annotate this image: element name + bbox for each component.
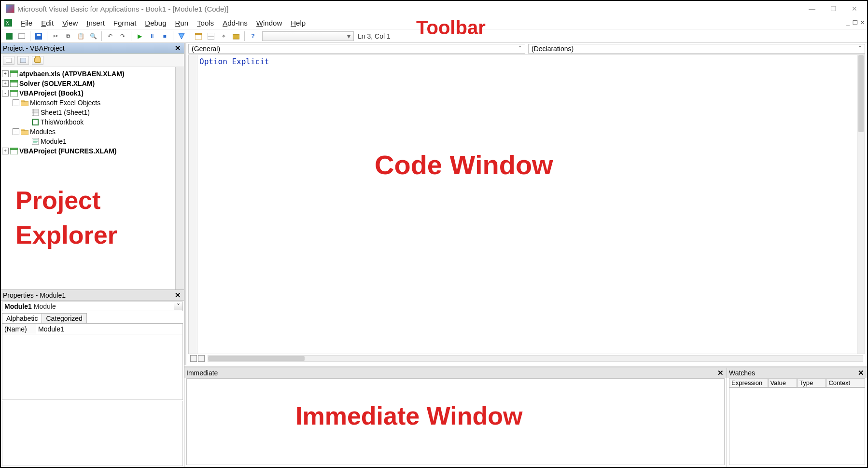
- find-icon[interactable]: 🔍: [88, 31, 98, 41]
- tree-node[interactable]: +Solver (SOLVER.XLAM): [2, 79, 174, 88]
- reset-icon[interactable]: ■: [160, 31, 169, 41]
- properties-tabs: Alphabetic Categorized: [2, 313, 183, 324]
- run-icon[interactable]: ▶: [135, 31, 144, 41]
- right-column: (General)˅ (Declarations)˅ Option Explic…: [184, 43, 867, 467]
- menu-run[interactable]: Run: [173, 18, 191, 28]
- bottom-dock: Immediate ✕ Immediate Window Watches ✕ E…: [184, 366, 867, 467]
- tree-toggle[interactable]: +: [2, 148, 9, 154]
- menu-addins[interactable]: Add-Ins: [220, 18, 250, 28]
- tree-toggle[interactable]: -: [13, 99, 19, 106]
- tree-node[interactable]: ThisWorkbook: [2, 117, 174, 127]
- paste-icon[interactable]: 📋: [76, 31, 85, 41]
- tab-alphabetic[interactable]: Alphabetic: [2, 313, 42, 323]
- insert-module-dropdown-icon[interactable]: [17, 31, 27, 41]
- redo-icon[interactable]: ↷: [118, 31, 127, 41]
- svg-rect-2: [6, 33, 13, 40]
- full-module-view-button[interactable]: [198, 355, 205, 362]
- tab-categorized[interactable]: Categorized: [42, 313, 87, 323]
- properties-pane: Properties - Module1 ✕ Module1 Module ˅ …: [1, 289, 184, 467]
- mod-icon: [31, 138, 40, 145]
- watches-col-context[interactable]: Context: [826, 379, 865, 387]
- menu-file[interactable]: File: [18, 18, 35, 28]
- proj-icon: [10, 80, 18, 87]
- excel-icon[interactable]: X: [4, 18, 13, 27]
- minimize-button[interactable]: —: [801, 3, 823, 14]
- prop-name-value[interactable]: Module1: [36, 324, 66, 334]
- menu-edit[interactable]: Edit: [39, 18, 56, 28]
- cut-icon[interactable]: ✂: [51, 31, 60, 41]
- menu-window[interactable]: Window: [254, 18, 284, 28]
- watches-window: Watches ✕ Expression Value Type Context: [727, 368, 867, 467]
- tree-node[interactable]: -VBAProject (Book1): [2, 88, 174, 98]
- watches-col-type[interactable]: Type: [797, 379, 826, 387]
- watches-body[interactable]: [729, 387, 865, 465]
- folder-icon: [20, 128, 29, 136]
- project-explorer-close-button[interactable]: ✕: [173, 44, 182, 53]
- tree-toggle[interactable]: +: [2, 80, 9, 87]
- properties-object-selector[interactable]: Module1 Module ˅: [2, 302, 183, 311]
- tree-node[interactable]: +atpvbaen.xls (ATPVBAEN.XLAM): [2, 69, 174, 79]
- copy-icon[interactable]: ⧉: [63, 31, 73, 41]
- watches-col-expression[interactable]: Expression: [729, 379, 768, 387]
- svg-rect-22: [32, 109, 39, 116]
- properties-window-icon[interactable]: [206, 31, 216, 41]
- tree-node[interactable]: Module1: [2, 137, 174, 146]
- menu-format[interactable]: Format: [111, 18, 139, 28]
- project-tree[interactable]: +atpvbaen.xls (ATPVBAEN.XLAM)+Solver (SO…: [1, 67, 175, 289]
- tree-node[interactable]: +VBAProject (FUNCRES.XLAM): [2, 146, 174, 156]
- properties-close-button[interactable]: ✕: [173, 291, 182, 300]
- mdi-minimize-button[interactable]: _: [846, 19, 850, 26]
- watches-col-value[interactable]: Value: [768, 379, 797, 387]
- view-code-icon[interactable]: [3, 56, 14, 65]
- immediate-close-button[interactable]: ✕: [716, 369, 725, 377]
- properties-grid[interactable]: (Name) Module1: [2, 324, 183, 400]
- maximize-button[interactable]: ☐: [823, 3, 844, 14]
- watches-close-button[interactable]: ✕: [856, 369, 865, 377]
- svg-rect-11: [233, 34, 239, 39]
- mdi-close-button[interactable]: ×: [861, 19, 864, 26]
- code-object-dropdown[interactable]: (General)˅: [188, 44, 525, 54]
- tree-node[interactable]: Sheet1 (Sheet1): [2, 108, 174, 117]
- project-explorer-icon[interactable]: [194, 31, 203, 41]
- immediate-input[interactable]: [186, 378, 725, 465]
- code-editor[interactable]: Option Explicit: [188, 55, 865, 354]
- break-icon[interactable]: ⏸: [147, 31, 157, 41]
- svg-rect-3: [18, 34, 25, 39]
- properties-title: Properties - Module1 ✕: [1, 290, 184, 301]
- view-excel-icon[interactable]: [4, 31, 14, 41]
- menu-tools[interactable]: Tools: [195, 18, 216, 28]
- tree-toggle[interactable]: +: [2, 70, 9, 77]
- toggle-folders-icon[interactable]: [32, 56, 43, 65]
- svg-marker-6: [179, 33, 184, 39]
- toolbox-icon[interactable]: [231, 31, 241, 41]
- tree-node[interactable]: -Microsoft Excel Objects: [2, 98, 174, 108]
- svg-rect-21: [21, 100, 24, 102]
- tree-node-label: VBAProject (Book1): [19, 88, 84, 98]
- code-vertical-scrollbar[interactable]: [857, 55, 865, 354]
- undo-icon[interactable]: ↶: [105, 31, 115, 41]
- toolbar: ✂ ⧉ 📋 🔍 ↶ ↷ ▶ ⏸ ■ ⌖ ? ▾ Ln 3, Col 1 Tool…: [1, 29, 867, 42]
- tree-node[interactable]: -Modules: [2, 127, 174, 137]
- tree-toggle[interactable]: -: [2, 90, 9, 96]
- close-button[interactable]: ✕: [844, 3, 865, 14]
- help-icon[interactable]: ?: [248, 31, 258, 41]
- object-browser-icon[interactable]: ⌖: [219, 31, 228, 41]
- mdi-restore-button[interactable]: ❐: [853, 19, 858, 26]
- svg-rect-15: [10, 70, 18, 73]
- svg-rect-17: [10, 80, 18, 83]
- menu-insert[interactable]: Insert: [84, 18, 107, 28]
- toolbar-object-dropdown[interactable]: ▾: [262, 31, 354, 41]
- save-icon[interactable]: [34, 31, 43, 41]
- left-column: Project - VBAProject ✕ +atpvbaen.xls (AT…: [1, 43, 184, 467]
- design-mode-icon[interactable]: [177, 31, 186, 41]
- tree-node-label: Modules: [30, 127, 56, 137]
- tree-toggle[interactable]: -: [13, 128, 19, 135]
- menu-debug[interactable]: Debug: [142, 18, 168, 28]
- code-horizontal-scrollbar[interactable]: [208, 355, 863, 362]
- tree-scrollbar[interactable]: [175, 67, 184, 289]
- code-procedure-dropdown[interactable]: (Declarations)˅: [528, 44, 865, 54]
- menu-help[interactable]: Help: [288, 18, 308, 28]
- procedure-view-button[interactable]: [190, 355, 197, 362]
- view-object-icon[interactable]: [17, 56, 29, 65]
- menu-view[interactable]: View: [60, 18, 80, 28]
